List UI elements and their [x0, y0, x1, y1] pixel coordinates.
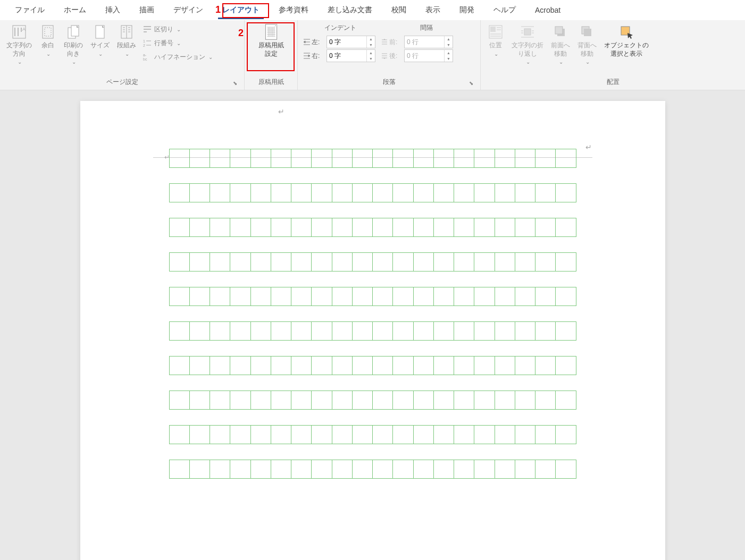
indent-left-input[interactable]: 0 字 ▲▼ — [327, 36, 375, 48]
tab-draw[interactable]: 描画 — [130, 1, 164, 19]
genkou-cell — [312, 253, 332, 271]
genkou-cell — [434, 460, 454, 478]
genkou-cell — [515, 426, 535, 444]
send-backward-button[interactable]: 背面へ 移動 ⌄ — [574, 21, 600, 67]
breaks-button[interactable]: 区切り ⌄ — [141, 23, 214, 35]
spinner[interactable]: ▲▼ — [444, 36, 453, 48]
genkou-cell — [332, 426, 353, 444]
genkou-cell — [190, 391, 210, 409]
genkou-cell — [312, 391, 332, 409]
genkou-cell — [556, 357, 575, 375]
chevron-down-icon: ⌄ — [18, 59, 22, 65]
genkou-cell — [373, 218, 393, 236]
genkou-cell — [190, 218, 210, 236]
hyphenation-button[interactable]: a-bc ハイフネーション ⌄ — [141, 51, 214, 63]
tab-developer[interactable]: 開発 — [450, 1, 484, 19]
genkou-cell — [373, 357, 393, 375]
chevron-down-icon: ⌄ — [177, 27, 181, 32]
genkou-cell — [210, 357, 230, 375]
genkou-cell — [515, 149, 535, 167]
genkou-cell — [495, 149, 515, 167]
genkou-cell — [230, 357, 250, 375]
genkou-cell — [312, 218, 332, 236]
spinner[interactable]: ▲▼ — [366, 50, 375, 62]
text-direction-button[interactable]: A 文字列の 方向 ⌄ — [3, 21, 35, 67]
tab-mailings[interactable]: 差し込み文書 — [318, 1, 382, 19]
tab-references[interactable]: 参考資料 — [269, 1, 318, 19]
tab-insert[interactable]: 挿入 — [96, 1, 130, 19]
tab-review[interactable]: 校閲 — [382, 1, 416, 19]
spacing-before-icon — [381, 38, 388, 46]
genkou-cell — [170, 218, 190, 236]
tab-file[interactable]: ファイル — [5, 1, 54, 19]
position-button[interactable]: 位置 ⌄ — [484, 21, 507, 59]
position-icon — [487, 23, 504, 40]
spacing-before-input[interactable]: 0 行 ▲▼ — [404, 36, 453, 48]
genkou-cell — [210, 426, 230, 444]
genkou-row — [169, 425, 576, 444]
arrange-group-label: 配置 — [484, 75, 742, 90]
genkou-cell — [373, 391, 393, 409]
spinner[interactable]: ▲▼ — [444, 50, 453, 62]
genkou-cell — [414, 287, 434, 306]
genkou-cell — [230, 460, 250, 478]
bring-forward-button[interactable]: 前面へ 移動 ⌄ — [548, 21, 573, 67]
ribbon: A 文字列の 方向 ⌄ 余白 ⌄ 印刷の 向き ⌄ — [0, 20, 745, 90]
breaks-icon — [143, 24, 152, 34]
send-backward-icon — [579, 23, 596, 40]
genkou-cell — [353, 218, 373, 236]
genkou-cell — [393, 322, 413, 340]
spacing-after-label: 後: — [381, 52, 403, 61]
genkou-cell — [312, 149, 332, 167]
tab-view[interactable]: 表示 — [416, 1, 450, 19]
paragraph-launcher[interactable]: ⬊ — [467, 80, 475, 88]
tab-acrobat[interactable]: Acrobat — [525, 2, 570, 19]
spinner[interactable]: ▲▼ — [366, 36, 375, 48]
genkou-cell — [271, 149, 291, 167]
group-manuscript: 2 原稿用紙 設定 原稿用紙 — [245, 20, 298, 90]
paragraph-mark: ↵ — [278, 107, 284, 116]
genkou-cell — [251, 391, 271, 409]
genkou-cell — [495, 253, 515, 271]
page[interactable]: ↵ ↵ — [80, 101, 665, 560]
genkou-cell — [454, 149, 474, 167]
page-setup-launcher[interactable]: ⬊ — [231, 80, 239, 88]
chevron-down-icon: ⌄ — [494, 51, 498, 57]
genkou-cell — [230, 253, 250, 271]
genkou-cell — [535, 426, 556, 444]
genkou-cell — [414, 218, 434, 236]
paragraph-mark: ↵ — [585, 143, 592, 151]
tab-design[interactable]: デザイン — [164, 1, 213, 19]
size-button[interactable]: サイズ ⌄ — [87, 21, 113, 59]
line-numbers-button[interactable]: 12 行番号 ⌄ — [141, 37, 214, 49]
spacing-after-input[interactable]: 0 行 ▲▼ — [404, 49, 453, 62]
tab-home[interactable]: ホーム — [54, 1, 96, 19]
wrap-text-button[interactable]: 文字列の折 り返し ⌄ — [508, 21, 547, 67]
margins-button[interactable]: 余白 ⌄ — [36, 21, 60, 59]
hyphenation-icon: a-bc — [143, 52, 152, 62]
genkou-cell — [230, 426, 250, 444]
tab-help[interactable]: ヘルプ — [484, 1, 525, 19]
genkou-cell — [454, 357, 474, 375]
genkou-cell — [434, 184, 454, 202]
columns-button[interactable]: 段組み ⌄ — [114, 21, 139, 59]
genkou-cell — [251, 184, 271, 202]
selection-pane-button[interactable]: オブジェクトの 選択と表示 — [601, 21, 652, 60]
genkou-cell — [434, 322, 454, 340]
orientation-button[interactable]: 印刷の 向き ⌄ — [61, 21, 86, 67]
manuscript-grid: ↵ — [169, 149, 576, 479]
genkou-cell — [353, 322, 373, 340]
genkou-cell — [515, 218, 535, 236]
genkou-cell — [353, 460, 373, 478]
genkou-cell — [556, 287, 575, 306]
genkou-cell — [535, 357, 556, 375]
indent-right-input[interactable]: 0 字 ▲▼ — [327, 49, 375, 62]
genkou-cell — [332, 253, 353, 271]
genkou-cell — [414, 149, 434, 167]
genkou-cell — [271, 218, 291, 236]
genkou-cell — [393, 253, 413, 271]
genkou-cell — [332, 357, 353, 375]
genkou-cell — [414, 391, 434, 409]
genkou-cell — [230, 391, 250, 409]
genkou-cell — [474, 426, 495, 444]
